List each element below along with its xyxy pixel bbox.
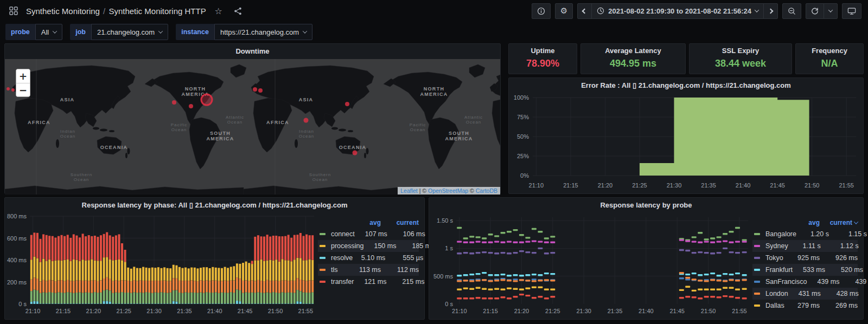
variable-job-value[interactable]: 21.changelog.com [91,24,168,40]
svg-text:500 ms: 500 ms [433,273,454,280]
chevron-right-icon [768,8,774,14]
probe-marker-newyork-large[interactable] [201,94,212,105]
svg-text:21:50: 21:50 [701,308,716,314]
probe-marker-frankfurt[interactable] [258,88,263,93]
panel-title[interactable]: Response latency by probe [429,198,863,213]
panel-title[interactable]: Error Rate : All ▯ 21.changelog.com / ht… [509,78,863,93]
legend-row-SanFrancisco[interactable]: SanFrancisco439 ms439 ms [752,276,858,288]
time-shift-forward-button[interactable] [763,3,778,19]
map-zoom-out-button[interactable]: − [16,83,30,96]
legend-row-Frankfurt[interactable]: Frankfurt533 ms520 ms [752,264,858,276]
probe-marker-london-wrap[interactable] [7,87,10,90]
svg-text:SOUTH: SOUTH [210,131,231,136]
probe-marker-sydney[interactable] [353,151,358,155]
legend-row-Bangalore[interactable]: Bangalore1.20 s1.15 s [752,228,858,240]
legend-row-Dallas[interactable]: Dallas279 ms269 ms [752,300,858,312]
series-avg-value: 1.20 s [796,230,829,238]
series-swatch [754,281,760,283]
probe-marker-london[interactable] [253,87,257,92]
legend-sort-avg[interactable]: avg [787,219,820,226]
svg-text:Ocean: Ocean [299,134,315,139]
legend-sort-avg[interactable]: avg [348,219,381,226]
svg-text:21:20: 21:20 [598,182,613,189]
openstreetmap-link[interactable]: OpenStreetMap [428,187,468,194]
legend-header: avgcurrent [318,217,419,228]
breadcrumb-page[interactable]: Synthetic Monitoring HTTP [108,7,206,16]
series-name: London [762,290,788,297]
svg-text:200 ms: 200 ms [7,279,27,286]
series-swatch [320,233,326,235]
svg-text:21:55: 21:55 [732,308,747,314]
star-icon[interactable]: ☆ [212,4,226,18]
series-swatch [320,269,326,271]
stat-value: 494.95 ms [581,58,685,69]
time-range-button[interactable]: 2021-08-02 21:09:30 to 2021-08-02 21:56:… [591,3,764,19]
panel-latency-by-phase: Response latency by phase: All ▯ 21.chan… [4,197,425,320]
breadcrumb-section[interactable]: Synthetic Monitoring [26,7,100,16]
series-name: transfer [328,278,354,286]
stat-title[interactable]: Frequency [796,44,863,57]
svg-text:25%: 25% [517,153,529,159]
svg-text:600 ms: 600 ms [7,235,27,242]
stat-title[interactable]: SSL Expiry [690,44,792,57]
world-map[interactable]: ASIAAFRICAOCEANIANORTHAMERICASOUTHAMERIC… [5,59,500,195]
probe-marker-frankfurt-wrap[interactable] [11,88,15,92]
series-swatch [754,245,760,247]
svg-text:Ocean: Ocean [312,177,328,182]
zoom-out-button[interactable] [782,3,801,19]
probe-marker-tokyo[interactable] [345,102,349,106]
series-avg-value: 121 ms [354,278,386,286]
variable-instance-value[interactable]: https://21.changelog.com [214,24,312,40]
panel-info-button[interactable] [532,3,551,19]
svg-text:1.50 s: 1.50 s [437,217,453,224]
latency-by-probe-legend: avgcurrentBangalore1.20 s1.15 sSydney1.1… [752,213,862,318]
legend-sort-current[interactable]: current [820,219,858,226]
share-icon[interactable] [231,4,245,18]
svg-text:Indian: Indian [299,129,314,134]
probe-marker-bangalore[interactable] [304,118,309,123]
svg-text:21:30: 21:30 [667,182,682,189]
cartodb-link[interactable]: CartoDB [476,187,497,194]
cycle-view-button[interactable] [842,3,861,19]
probe-marker-dallas[interactable] [189,104,193,108]
refresh-button[interactable] [806,3,824,19]
map-zoom-in-button[interactable]: + [16,69,30,83]
series-current-value: 1.12 s [821,242,859,250]
variable-job-selected: 21.changelog.com [97,28,155,36]
series-swatch [754,257,760,259]
legend-row-tls[interactable]: tls113 ms112 ms [318,264,419,276]
leaflet-link[interactable]: Leaflet [400,187,418,194]
legend-row-London[interactable]: London431 ms428 ms [752,288,858,300]
refresh-interval-button[interactable] [824,3,838,19]
panel-title[interactable]: Downtime [5,44,500,59]
panel-stat-ssl-expiry: SSL Expiry 38.44 week [689,43,792,74]
time-shift-back-button[interactable] [577,3,592,19]
legend-row-processing[interactable]: processing150 ms185 ms [318,240,419,252]
svg-text:AMERICA: AMERICA [445,136,473,141]
stat-title[interactable]: Average Latency [581,44,685,57]
legend-row-transfer[interactable]: transfer121 ms215 ms [318,276,419,288]
series-name: SanFrancisco [762,278,807,286]
variable-probe: probe All [5,24,62,40]
svg-text:Atlantic: Atlantic [464,115,483,120]
dashboard-settings-button[interactable]: ⚙ [555,3,573,19]
probe-marker-sanfrancisco[interactable] [172,100,176,105]
svg-text:21:55: 21:55 [298,308,314,314]
legend-row-Tokyo[interactable]: Tokyo925 ms926 ms [752,252,858,264]
stat-title[interactable]: Uptime [509,44,577,57]
variable-probe-value[interactable]: All [35,24,62,40]
series-current-value: 112 ms [381,266,419,274]
series-avg-value: 1.11 s [788,242,821,250]
legend-row-resolve[interactable]: resolve5.10 ms555 µs [318,252,419,264]
series-name: connect [328,230,355,238]
series-name: Bangalore [762,230,796,238]
legend-row-connect[interactable]: connect107 ms106 ms [318,228,419,240]
world-map-svg: ASIAAFRICAOCEANIANORTHAMERICASOUTHAMERIC… [5,59,500,195]
series-avg-value: 925 ms [787,254,820,262]
apps-grid-icon[interactable] [7,4,21,18]
legend-sort-current[interactable]: current [381,219,419,226]
panel-title[interactable]: Response latency by phase: All ▯ 21.chan… [5,198,424,213]
svg-text:Ocean: Ocean [227,120,243,125]
legend-row-Sydney[interactable]: Sydney1.11 s1.12 s [752,240,858,252]
svg-text:Ocean: Ocean [74,177,90,182]
